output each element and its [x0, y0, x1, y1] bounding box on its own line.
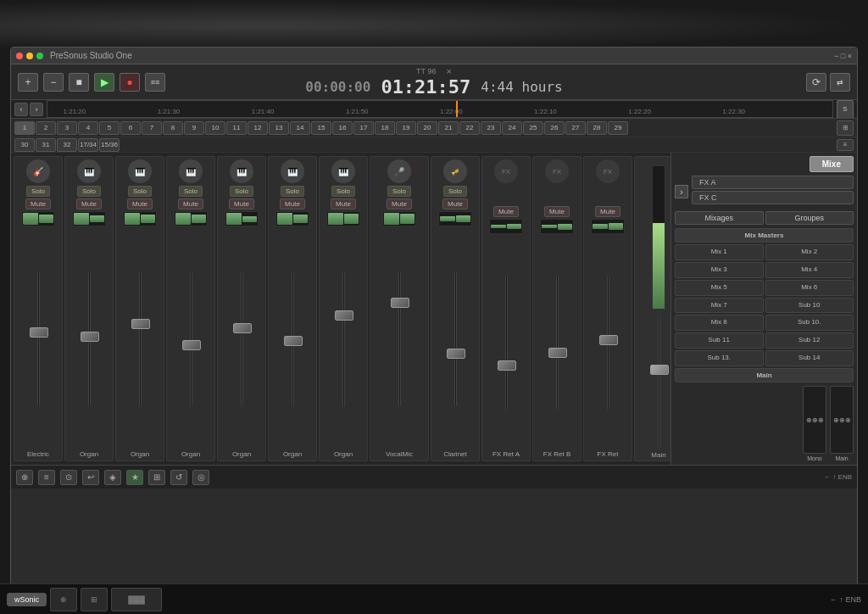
mix-cell-mix6[interactable]: Mix 6 [765, 280, 854, 296]
track-num-16[interactable]: 16 [332, 121, 353, 135]
track-num-8[interactable]: 8 [163, 121, 183, 135]
sync-button[interactable]: ⇄ [830, 73, 850, 92]
mix-cell-mix7[interactable]: Mix 7 [675, 298, 764, 314]
mix-cell-sub10b[interactable]: Sub 10. [765, 315, 854, 331]
track-num-21[interactable]: 21 [438, 121, 459, 135]
loop-button[interactable]: ⟳ [806, 73, 826, 92]
vocal-solo-btn[interactable]: Solo [387, 186, 411, 197]
main-fader-handle[interactable] [650, 365, 669, 375]
bottom-btn-2[interactable]: ≡ [38, 470, 55, 485]
organ3-mute-btn[interactable]: Mute [178, 198, 203, 209]
track-num-14[interactable]: 14 [290, 121, 310, 135]
organ5-mute-btn[interactable]: Mute [280, 198, 305, 209]
minus-button[interactable]: − [43, 73, 64, 92]
organ1-solo-btn[interactable]: Solo [77, 186, 101, 197]
mix-masters-cell[interactable]: Mix Masters [675, 228, 854, 243]
tt-close[interactable]: × [446, 66, 451, 76]
organ3-solo-btn[interactable]: Solo [179, 186, 203, 197]
electric-mute-btn[interactable]: Mute [25, 198, 51, 209]
track-num-23[interactable]: 23 [481, 121, 501, 135]
electric-solo-btn[interactable]: Solo [26, 186, 50, 197]
organ2-solo-btn[interactable]: Solo [128, 186, 152, 197]
track-num-4[interactable]: 4 [78, 121, 98, 135]
organ4-mute-btn[interactable]: Mute [229, 198, 254, 209]
organ3-fader-handle[interactable] [182, 340, 201, 350]
organ4-solo-btn[interactable]: Solo [230, 186, 253, 197]
vocal-mute-btn[interactable]: Mute [387, 198, 412, 209]
track-list-btn[interactable]: ≡ [837, 139, 854, 151]
track-num-28[interactable]: 28 [587, 121, 607, 135]
main-right-fader[interactable]: ⊕⊕⊕ [830, 386, 854, 454]
bottom-btn-1[interactable]: ⊕ [16, 470, 33, 485]
track-grid-btn[interactable]: ⊞ [837, 120, 854, 136]
organ6-solo-btn[interactable]: Solo [331, 186, 355, 197]
ruler-back[interactable]: ‹ [14, 103, 28, 116]
fx-ret-fader-handle[interactable] [599, 335, 618, 345]
mix-cell-mix5[interactable]: Mix 5 [675, 280, 764, 296]
mix-cell-sub10[interactable]: Sub 10 [765, 298, 854, 314]
taskbar-btn-2[interactable]: ⊞ [81, 588, 108, 611]
groupes-tab[interactable]: Groupes [765, 211, 854, 225]
mix-cell-sub12[interactable]: Sub 12 [765, 332, 854, 349]
organ6-mute-btn[interactable]: Mute [331, 198, 356, 209]
mix-cell-sub14[interactable]: Sub 14 [765, 350, 854, 366]
add-button[interactable]: + [18, 73, 38, 92]
organ4-fader-handle[interactable] [233, 323, 252, 333]
taskbar-wsonic[interactable]: wSonic [7, 593, 47, 606]
track-num-30[interactable]: 30 [14, 138, 35, 152]
bottom-btn-3[interactable]: ⊙ [60, 470, 77, 485]
stop-button[interactable]: ■ [69, 73, 89, 92]
fx-ret-mute-btn[interactable]: Mute [595, 206, 620, 217]
organ1-mute-btn[interactable]: Mute [76, 198, 102, 209]
record-button[interactable]: ● [120, 73, 140, 92]
playhead[interactable] [456, 101, 458, 117]
track-num-25[interactable]: 25 [523, 121, 543, 135]
track-num-11[interactable]: 11 [226, 121, 247, 135]
track-num-15[interactable]: 15 [311, 121, 331, 135]
track-num-27[interactable]: 27 [565, 121, 586, 135]
clarinet-fader-handle[interactable] [447, 349, 465, 359]
track-num-29[interactable]: 29 [608, 121, 628, 135]
timeline-ruler[interactable]: ‹ › 1:21:20 1:21:30 1:21:40 1:21:50 1:22… [11, 100, 857, 119]
organ5-solo-btn[interactable]: Solo [281, 186, 304, 197]
play-button[interactable]: ▶ [94, 73, 114, 92]
vocal-fader-handle[interactable] [391, 298, 409, 308]
mixages-tab[interactable]: Mixages [675, 211, 764, 225]
track-num-2[interactable]: 2 [36, 121, 56, 135]
track-num-1536[interactable]: 15/36 [99, 138, 120, 152]
extra-btn-1[interactable]: ≡≡ [145, 73, 165, 92]
fx-ret-a-mute-btn[interactable]: Mute [493, 206, 519, 217]
track-num-24[interactable]: 24 [502, 121, 522, 135]
fx-ret-b-fader-handle[interactable] [548, 348, 567, 358]
track-num-26[interactable]: 26 [544, 121, 565, 135]
fx-c-button[interactable]: FX C [692, 191, 854, 204]
track-num-1734[interactable]: 17/34 [78, 138, 98, 152]
track-num-22[interactable]: 22 [459, 121, 480, 135]
bottom-btn-9[interactable]: ◎ [192, 470, 209, 485]
track-num-20[interactable]: 20 [417, 121, 437, 135]
mix-cell-mix4[interactable]: Mix 4 [765, 262, 854, 278]
track-num-7[interactable]: 7 [142, 121, 162, 135]
taskbar-btn-1[interactable]: ⊕ [50, 588, 77, 611]
mix-cell-mix3[interactable]: Mix 3 [675, 262, 764, 278]
track-num-5[interactable]: 5 [99, 121, 120, 135]
taskbar-btn-3[interactable]: ▓▓▓ [111, 588, 162, 611]
organ2-fader-handle[interactable] [131, 319, 150, 329]
bottom-btn-4[interactable]: ↩ [82, 470, 99, 485]
mix-cell-sub11[interactable]: Sub 11 [675, 332, 764, 349]
bottom-btn-7[interactable]: ⊞ [148, 470, 165, 485]
organ1-fader-handle[interactable] [81, 332, 99, 342]
track-num-17[interactable]: 17 [353, 121, 374, 135]
track-num-1[interactable]: 1 [14, 121, 35, 135]
ruler-track[interactable]: 1:21:20 1:21:30 1:21:40 1:21:50 1:22:00 … [47, 100, 833, 118]
mix-cell-sub13[interactable]: Sub 13. [675, 350, 764, 366]
clarinet-mute-btn[interactable]: Mute [442, 198, 468, 209]
bottom-btn-6[interactable]: ★ [126, 470, 143, 485]
track-num-6[interactable]: 6 [120, 121, 141, 135]
track-num-19[interactable]: 19 [396, 121, 416, 135]
organ5-fader-handle[interactable] [284, 336, 303, 346]
track-num-18[interactable]: 18 [375, 121, 395, 135]
mix-button[interactable]: Mixe [810, 156, 854, 172]
track-num-10[interactable]: 10 [205, 121, 225, 135]
bottom-btn-8[interactable]: ↺ [170, 470, 187, 485]
